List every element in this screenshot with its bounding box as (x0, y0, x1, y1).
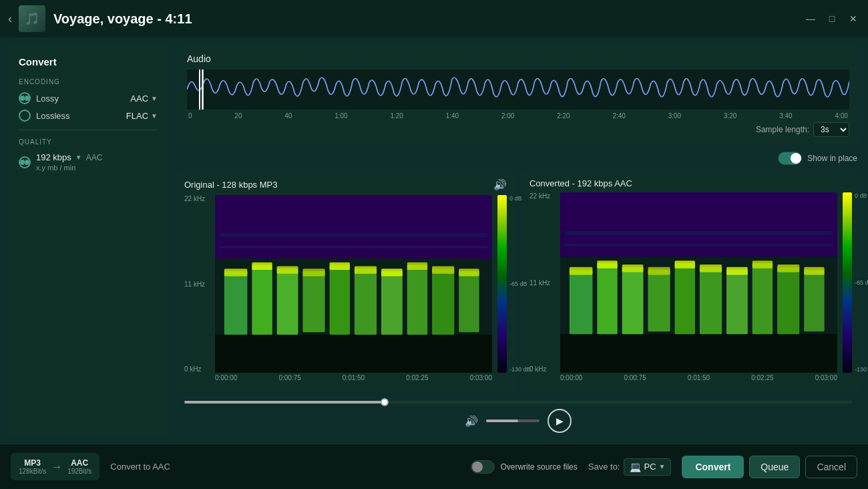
window-title: Voyage, voyage - 4:11 (53, 11, 192, 27)
save-dest-select[interactable]: 💻 PC ▼ (624, 458, 671, 476)
svg-rect-19 (302, 269, 324, 276)
waveform-svg: // Generate waveform bars inline isn't p… (187, 69, 849, 110)
show-in-place-label: Show in place (807, 154, 857, 163)
back-button[interactable]: ‹ (8, 12, 12, 26)
svg-rect-25 (459, 269, 479, 276)
svg-rect-14 (432, 269, 454, 335)
lossless-codec-arrow: ▼ (151, 112, 158, 120)
colorbar (497, 195, 507, 373)
show-in-place-toggle[interactable] (778, 152, 802, 165)
panel-title: Convert (19, 56, 158, 67)
spectro-main: 0:00:00 0:00:75 0:01:50 0:02:25 0:03:00 (215, 195, 492, 385)
colorbar-container: 0 dB -65 dB -130 dB (497, 195, 507, 385)
overwrite-toggle[interactable] (471, 460, 495, 474)
main-content: Convert ENCODING Lossy AAC ▼ Lossless FL… (0, 37, 868, 444)
svg-rect-6 (224, 271, 248, 335)
svg-rect-50 (777, 265, 799, 273)
converted-spectro-svg (560, 192, 837, 373)
svg-rect-49 (752, 261, 773, 269)
svg-rect-3 (215, 195, 492, 259)
converted-spectro-panel: Converted - 192 kbps AAC 22 kHz 11 kHz 0… (521, 172, 860, 391)
volume-icon[interactable]: 🔊 (465, 415, 478, 428)
convert-button[interactable]: Convert (682, 456, 744, 478)
progress-track[interactable] (184, 401, 852, 403)
svg-rect-36 (675, 263, 695, 334)
play-button[interactable]: ▶ (548, 409, 572, 433)
maximize-button[interactable]: □ (825, 13, 839, 24)
format-from-type: MP3 (19, 458, 46, 468)
lossy-radio[interactable] (19, 92, 31, 104)
svg-rect-11 (355, 269, 377, 335)
progress-fill (184, 401, 385, 403)
quality-radio[interactable] (19, 156, 31, 168)
audio-panel: Audio // Generate waveform bars inline i… (176, 45, 860, 145)
close-button[interactable]: ✕ (847, 13, 860, 24)
quality-row: 192 kbps ▼ AAC x.y mb / min (19, 152, 158, 172)
converted-spectro-title-row: Converted - 192 kbps AAC (529, 178, 852, 188)
format-to-type: AAC (67, 458, 91, 468)
converted-colorbar-container: 0 dB -65 dB -130 dB (843, 192, 852, 385)
converted-spectro-main: 0:00:00 0:00:75 0:01:50 0:02:25 0:03:00 (560, 192, 837, 385)
cancel-button[interactable]: Cancel (805, 456, 857, 478)
format-to-bitrate: 192Bit/s (67, 468, 91, 475)
svg-rect-52 (565, 231, 833, 235)
svg-rect-24 (432, 266, 454, 273)
queue-button[interactable]: Queue (749, 456, 800, 478)
lossy-row[interactable]: Lossy AAC ▼ (19, 92, 158, 104)
action-buttons: Convert Queue Cancel (682, 456, 857, 478)
svg-rect-43 (597, 261, 617, 269)
quality-size: x.y mb / min (36, 164, 158, 172)
svg-rect-13 (407, 265, 427, 335)
svg-rect-22 (381, 269, 403, 276)
format-arrow-icon: → (51, 461, 62, 473)
lossy-codec-value: AAC (130, 94, 148, 104)
svg-rect-9 (302, 271, 324, 332)
lossy-codec-select[interactable]: AAC ▼ (130, 94, 158, 104)
svg-rect-32 (570, 270, 593, 334)
lossless-row[interactable]: Lossless FLAC ▼ (19, 110, 158, 122)
dropdown-arrow-icon[interactable]: ▼ (75, 154, 82, 161)
svg-rect-41 (804, 270, 824, 332)
timeline: 0 20 40 1:00 1:20 1:40 2:00 2:20 2:40 3:… (187, 112, 849, 120)
svg-rect-44 (622, 265, 644, 273)
save-dest-label: PC (644, 462, 656, 472)
svg-rect-8 (277, 269, 298, 335)
svg-rect-18 (277, 266, 298, 273)
lossy-codec-arrow: ▼ (151, 95, 158, 102)
lossless-radio[interactable] (19, 110, 31, 122)
spectro-svg (215, 195, 492, 373)
right-panel: Audio // Generate waveform bars inline i… (176, 45, 860, 436)
playhead (199, 69, 200, 110)
svg-rect-31 (560, 334, 837, 373)
overwrite-label: Overwrite source files (500, 462, 577, 472)
encoding-label: ENCODING (19, 78, 158, 86)
audio-title: Audio (187, 53, 849, 64)
spectro-title-row: Original - 128 kbps MP3 🔊 (184, 178, 507, 191)
sample-length-select[interactable]: 3s 5s 10s (813, 122, 849, 137)
progress-thumb[interactable] (381, 398, 389, 406)
volume-fill (486, 420, 518, 422)
lossless-label: Lossless (36, 111, 121, 121)
lossless-codec-select[interactable]: FLAC ▼ (126, 111, 158, 121)
overwrite-row: Overwrite source files (471, 460, 577, 474)
svg-rect-33 (597, 263, 617, 334)
converted-spectro-title: Converted - 192 kbps AAC (529, 178, 632, 188)
converted-spectro-y-labels: 22 kHz 11 kHz 0 kHz (529, 192, 558, 385)
format-badge: MP3 128kBit/s → AAC 192Bit/s (11, 453, 99, 480)
format-from: MP3 128kBit/s (19, 458, 46, 475)
waveform-container[interactable]: // Generate waveform bars inline isn't p… (187, 69, 849, 110)
svg-rect-7 (252, 265, 272, 335)
svg-rect-46 (675, 261, 695, 269)
original-spectro-panel: Original - 128 kbps MP3 🔊 22 kHz 11 kHz … (176, 172, 515, 391)
svg-rect-17 (252, 263, 272, 270)
save-dest-arrow-icon: ▼ (659, 463, 666, 470)
svg-rect-21 (355, 266, 377, 273)
album-thumb: 🎵 (19, 5, 45, 32)
titlebar: ‹ 🎵 Voyage, voyage - 4:11 — □ ✕ (0, 0, 868, 37)
minimize-button[interactable]: — (804, 13, 817, 24)
format-from-bitrate: 128kBit/s (19, 468, 46, 475)
playback-bar: 🔊 ▶ (176, 398, 860, 436)
svg-rect-47 (700, 265, 722, 273)
volume-icon[interactable]: 🔊 (493, 178, 507, 191)
volume-slider[interactable] (486, 420, 539, 422)
